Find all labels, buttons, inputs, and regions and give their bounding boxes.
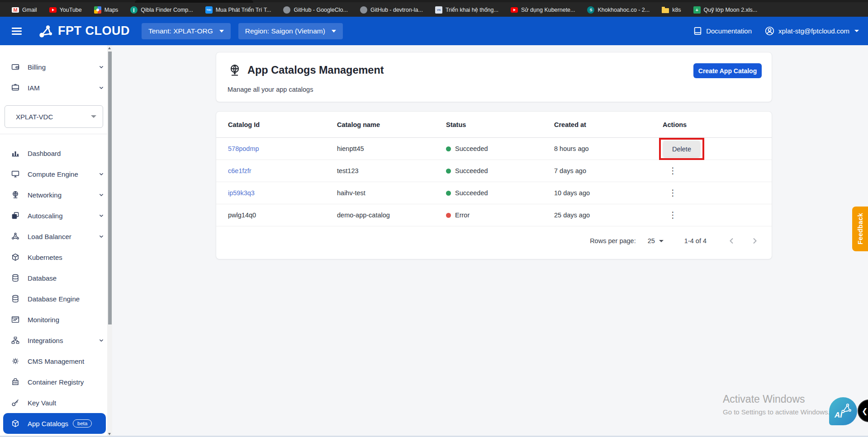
column-header-catalog-id: Catalog Id	[228, 121, 260, 128]
sidebar-item-label: App Catalogs	[28, 420, 68, 428]
sidebar-item-dashboard[interactable]: Dashboard	[0, 143, 112, 164]
sidebar-item-container-registry[interactable]: Container Registry	[0, 371, 112, 392]
sidebar-item-billing[interactable]: Billing	[0, 56, 112, 77]
cube-icon	[11, 253, 20, 262]
sidebar-item-compute-engine[interactable]: Compute Engine	[0, 164, 112, 184]
sidebar-item-label: Autoscaling	[28, 212, 63, 220]
status-cell: Succeeded	[446, 145, 488, 152]
feedback-tab[interactable]: Feedback	[852, 207, 868, 251]
sidebar-item-database-engine[interactable]: Database Engine	[0, 288, 112, 309]
status-dot	[446, 213, 451, 218]
status-dot	[446, 146, 451, 151]
region-label: Region: Saigon (Vietnam)	[245, 27, 325, 35]
bookmark-quy-lop-moon[interactable]: + Quỹ lớp Moon 2.xls...	[693, 6, 758, 14]
sidebar-item-label: Kubernetes	[28, 254, 62, 261]
bookmark-label: k8s	[672, 7, 681, 13]
sidebar-item-cms-management[interactable]: CMS Management	[0, 351, 112, 371]
documentation-link[interactable]: Documentation	[693, 26, 752, 36]
created-at: 7 days ago	[554, 167, 586, 174]
bookmark-youtube[interactable]: YouTube	[49, 7, 82, 13]
browser-bookmarks-bar: M Gmail YouTube Maps Qibla Finder Comp..…	[0, 0, 868, 17]
status-label: Succeeded	[455, 145, 488, 152]
tenant-selector[interactable]: Tenant: XPLAT-ORG	[142, 23, 231, 39]
bookmark-qibla-finder[interactable]: Qibla Finder Comp...	[130, 6, 193, 14]
sidebar-item-networking[interactable]: Networking	[0, 184, 112, 205]
sidebar-item-monitoring[interactable]: Monitoring	[0, 309, 112, 330]
sidebar-scrollbar[interactable]	[107, 45, 112, 437]
actions-cell: Delete	[664, 141, 700, 157]
status-label: Succeeded	[455, 189, 488, 197]
user-circle-icon	[764, 26, 775, 36]
sidebar-item-label: Compute Engine	[28, 170, 78, 178]
bookmark-github-devtron[interactable]: GitHub - devtron-la...	[360, 6, 423, 14]
row-actions-menu-button[interactable]: ⋮	[669, 169, 677, 173]
bookmark-trien-khai[interactable]: VN Triển khai hệ thống...	[435, 6, 498, 14]
sidebar: Billing IAM XPLAT-VDC Dashboard	[0, 45, 112, 437]
bookmark-tiki[interactable]: TIKI Mua Phát Triển Trí T...	[205, 6, 271, 14]
vdc-selected-value: XPLAT-VDC	[16, 113, 53, 121]
column-header-catalog-name: Catalog name	[337, 121, 380, 128]
rows-per-page-select[interactable]: 25	[648, 237, 664, 244]
region-selector[interactable]: Region: Saigon (Vietnam)	[238, 23, 343, 39]
account-menu[interactable]: xplat-stg@fptcloud.com	[764, 26, 859, 36]
sidebar-item-label: IAM	[28, 84, 40, 92]
status-label: Error	[455, 211, 470, 219]
catalog-name: test123	[337, 167, 359, 174]
catalog-id-link[interactable]: c6e1fzfr	[228, 167, 251, 174]
created-at: 10 days ago	[554, 189, 590, 197]
row-actions-menu-button[interactable]: ⋮	[669, 191, 677, 195]
column-header-created-at: Created at	[554, 121, 586, 128]
pagination-range: 1-4 of 4	[684, 237, 707, 244]
sidebar-item-autoscaling[interactable]: Autoscaling	[0, 205, 112, 226]
chevron-down-icon	[659, 240, 664, 242]
document-icon: VN	[435, 6, 442, 14]
tiki-icon: TIKI	[205, 6, 213, 14]
delete-button[interactable]: Delete	[664, 141, 700, 157]
account-email: xplat-stg@fptcloud.com	[778, 27, 849, 35]
bookmark-github-googlecloud[interactable]: GitHub - GoogleClo...	[283, 6, 348, 14]
bookmark-label: GitHub - devtron-la...	[370, 7, 423, 13]
sidebar-item-iam[interactable]: IAM	[0, 77, 112, 98]
sidebar-item-label: Dashboard	[28, 150, 61, 157]
beta-badge: beta	[73, 419, 92, 428]
chevron-down-icon	[854, 30, 859, 32]
sidebar-item-key-vault[interactable]: Key Vault	[0, 392, 112, 413]
bookmark-gmail[interactable]: M Gmail	[12, 7, 37, 13]
chevron-down-icon	[332, 30, 336, 33]
next-page-button[interactable]	[749, 235, 760, 246]
sidebar-item-database[interactable]: Database	[0, 268, 112, 288]
catalog-id[interactable]: pwlg14q0	[228, 211, 256, 219]
sidebar-item-label: Monitoring	[28, 316, 59, 324]
previous-page-button[interactable]	[726, 235, 737, 246]
sidebar-item-load-balancer[interactable]: Load Balancer	[0, 226, 112, 247]
app-header: FPT CLOUD Tenant: XPLAT-ORG Region: Saig…	[0, 17, 868, 45]
sidebar-item-label: Integrations	[28, 337, 63, 344]
rows-per-page-label: Rows per page:	[590, 237, 636, 244]
bookmark-k8s-folder[interactable]: k8s	[662, 7, 681, 13]
hamburger-menu-button[interactable]	[8, 22, 26, 40]
bookmark-label: Khokhoahoc.co - 2...	[598, 7, 650, 13]
sidebar-item-integrations[interactable]: Integrations	[0, 330, 112, 351]
sidebar-item-app-catalogs[interactable]: App Catalogs beta	[3, 413, 106, 434]
sidebar-item-kubernetes[interactable]: Kubernetes	[0, 247, 112, 268]
scrollbar-down-arrow[interactable]	[108, 433, 111, 435]
activate-windows-title: Activate Windows	[723, 393, 830, 405]
sidebar-item-label: Database	[28, 274, 57, 282]
qibla-icon	[130, 6, 138, 14]
catalog-id-link[interactable]: ip59k3q3	[228, 189, 255, 197]
database-icon	[11, 273, 20, 282]
create-app-catalog-button[interactable]: Create App Catalog	[693, 63, 762, 78]
catalog-id-link[interactable]: 578podmp	[228, 145, 259, 152]
scrollbar-up-arrow[interactable]	[108, 47, 111, 49]
sidebar-top-group: Billing IAM	[0, 45, 112, 98]
bookmark-khokhoahoc[interactable]: S Khokhoahoc.co - 2...	[587, 6, 650, 14]
ai-chat-bubble[interactable]: AI	[829, 397, 857, 425]
bookmark-su-dung-kubernetes[interactable]: Sử dụng Kubernete...	[511, 7, 575, 13]
scrollbar-thumb[interactable]	[108, 52, 112, 324]
vdc-selector[interactable]: XPLAT-VDC	[5, 105, 103, 128]
status-cell: Error	[446, 211, 470, 219]
brand-text: FPT CLOUD	[58, 24, 130, 38]
row-actions-menu-button[interactable]: ⋮	[669, 213, 677, 217]
bookmark-maps[interactable]: Maps	[94, 6, 119, 14]
bookmark-label: Qibla Finder Comp...	[141, 7, 193, 13]
